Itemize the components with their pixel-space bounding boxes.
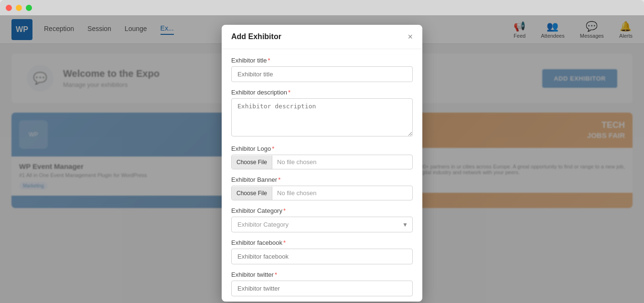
field-exhibitor-logo: Exhibitor Logo* Choose File No file chos… [231, 145, 413, 169]
add-exhibitor-modal: Add Exhibitor × Exhibitor title* Exhibit… [222, 25, 422, 302]
field-exhibitor-facebook: Exhibitor facebook* [231, 239, 413, 264]
input-exhibitor-title[interactable] [231, 66, 413, 82]
select-exhibitor-category[interactable]: Exhibitor Category [231, 217, 413, 232]
label-exhibitor-description: Exhibitor description* [231, 89, 413, 96]
label-exhibitor-logo: Exhibitor Logo* [231, 145, 413, 152]
input-exhibitor-description[interactable] [231, 98, 413, 136]
modal-overlay: Add Exhibitor × Exhibitor title* Exhibit… [0, 15, 644, 303]
label-exhibitor-twitter: Exhibitor twitter* [231, 271, 413, 278]
logo-choose-file-button[interactable]: Choose File [232, 156, 272, 169]
field-exhibitor-twitter: Exhibitor twitter* [231, 271, 413, 296]
close-dot[interactable] [6, 5, 12, 11]
modal-close-button[interactable]: × [408, 32, 413, 41]
maximize-dot[interactable] [26, 5, 32, 11]
label-exhibitor-title: Exhibitor title* [231, 57, 413, 64]
field-exhibitor-category: Exhibitor Category* Exhibitor Category ▼ [231, 207, 413, 232]
modal-title: Add Exhibitor [231, 32, 281, 41]
modal-header: Add Exhibitor × [222, 25, 422, 49]
category-select-wrapper: Exhibitor Category ▼ [231, 217, 413, 232]
label-exhibitor-category: Exhibitor Category* [231, 207, 413, 214]
banner-choose-file-button[interactable]: Choose File [232, 187, 272, 200]
logo-file-name: No file chosen [272, 155, 412, 169]
input-exhibitor-facebook[interactable] [231, 249, 413, 264]
label-exhibitor-facebook: Exhibitor facebook* [231, 239, 413, 246]
window-chrome [0, 0, 644, 15]
app-background: WP Reception Session Lounge Ex... 📢 Feed… [0, 15, 644, 303]
banner-file-input-wrapper: Choose File No file chosen [231, 186, 413, 200]
input-exhibitor-twitter[interactable] [231, 281, 413, 296]
banner-file-name: No file chosen [272, 186, 412, 200]
field-exhibitor-banner: Exhibitor Banner* Choose File No file ch… [231, 176, 413, 200]
modal-body: Exhibitor title* Exhibitor description* … [222, 49, 422, 302]
field-exhibitor-title: Exhibitor title* [231, 57, 413, 82]
minimize-dot[interactable] [16, 5, 22, 11]
field-exhibitor-description: Exhibitor description* [231, 89, 413, 138]
logo-file-input-wrapper: Choose File No file chosen [231, 155, 413, 169]
label-exhibitor-banner: Exhibitor Banner* [231, 176, 413, 183]
